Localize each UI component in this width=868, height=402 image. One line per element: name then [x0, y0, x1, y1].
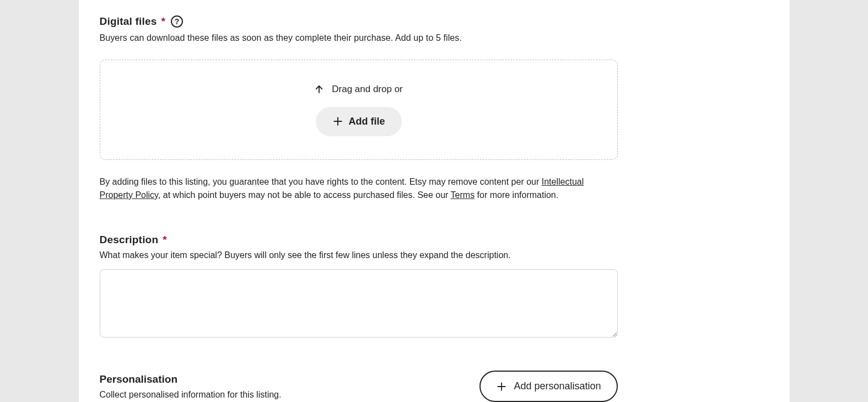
plus-icon — [332, 116, 343, 127]
legal-text-1: By adding files to this listing, you gua… — [100, 177, 542, 186]
digital-files-title-row: Digital files * ? — [100, 15, 184, 28]
legal-text-2: , at which point buyers may not be able … — [158, 190, 451, 200]
file-dropzone[interactable]: Drag and drop or Add file — [100, 60, 618, 160]
help-icon[interactable]: ? — [171, 15, 183, 28]
add-file-button[interactable]: Add file — [316, 107, 402, 136]
legal-text-3: for more information. — [475, 190, 558, 200]
drag-drop-text: Drag and drop or — [332, 84, 403, 95]
description-title: Description — [100, 234, 159, 246]
personalisation-subtitle: Collect personalised information for thi… — [100, 390, 467, 400]
add-personalisation-label: Add personalisation — [514, 380, 601, 392]
personalisation-info: Personalisation Collect personalised inf… — [100, 373, 467, 400]
drag-drop-row: Drag and drop or — [314, 84, 403, 95]
add-personalisation-button[interactable]: Add personalisation — [479, 371, 617, 402]
add-file-label: Add file — [349, 116, 385, 127]
required-indicator: * — [161, 15, 165, 28]
digital-files-title: Digital files — [100, 15, 157, 28]
digital-files-section: Digital files * ? Buyers can download th… — [100, 15, 618, 202]
digital-files-legal: By adding files to this listing, you gua… — [100, 175, 618, 202]
description-subtitle: What makes your item special? Buyers wil… — [100, 250, 618, 260]
description-textarea[interactable] — [100, 269, 618, 337]
description-title-row: Description * — [100, 234, 167, 246]
arrow-up-icon — [314, 84, 324, 94]
terms-link[interactable]: Terms — [451, 190, 475, 200]
plus-icon — [496, 381, 507, 392]
digital-files-subtitle: Buyers can download these files as soon … — [100, 33, 618, 43]
personalisation-title: Personalisation — [100, 373, 467, 385]
personalisation-section: Personalisation Collect personalised inf… — [100, 371, 618, 402]
required-indicator: * — [163, 234, 167, 246]
description-section: Description * What makes your item speci… — [100, 234, 618, 340]
